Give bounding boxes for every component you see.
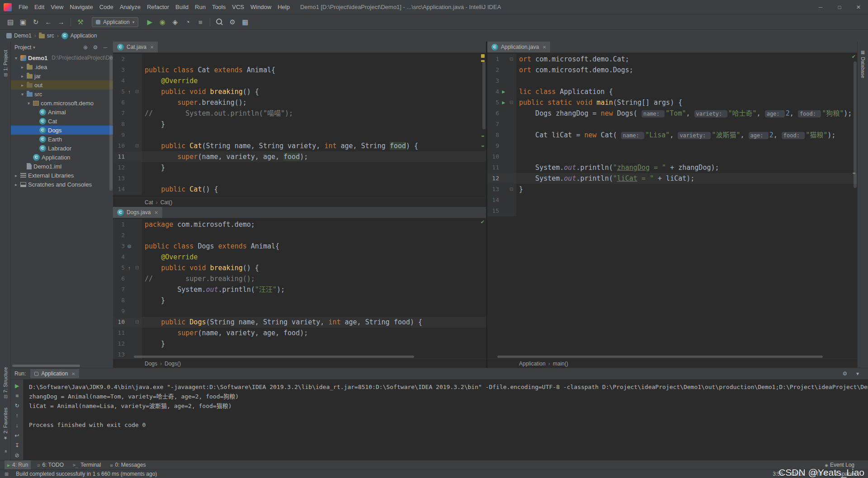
fold-icon[interactable]: ⊟ — [508, 54, 514, 65]
menu-tools[interactable]: Tools — [209, 0, 229, 14]
breadcrumb-item[interactable]: Demo1 — [6, 33, 32, 39]
tree-item-demo1[interactable]: ▾Demo1D:\Project\ideaProject\Demo1 — [11, 53, 113, 62]
stop-icon[interactable]: ■ — [194, 17, 206, 28]
coverage-icon[interactable]: ◈ — [169, 17, 181, 28]
toolwindow-messages-button[interactable]: ✉0: Messages — [107, 460, 148, 470]
breadcrumb-item[interactable]: Cat — [145, 199, 153, 206]
run-gutter-icon[interactable]: ▶ — [499, 97, 508, 108]
code-editor[interactable]: 1package com.microsoft.demo;23◎public cl… — [113, 218, 486, 359]
close-tab-icon[interactable]: ✕ — [150, 45, 154, 50]
settings-gear-icon[interactable]: ⚙ — [841, 370, 849, 377]
expander-icon[interactable]: ▸ — [14, 173, 19, 178]
tree-item-demo1-iml[interactable]: Demo1.iml — [11, 162, 113, 171]
toolwindow-favorites-stripe[interactable]: ★2: Favorites — [3, 408, 8, 441]
soft-wrap-icon[interactable]: ↩ — [13, 431, 22, 440]
locate-file-icon[interactable]: ⊕ — [81, 44, 90, 51]
tree-item-application[interactable]: Application — [11, 153, 113, 162]
menu-edit[interactable]: Edit — [31, 0, 47, 14]
tree-item-cat[interactable]: Cat — [11, 117, 113, 126]
maximize-button[interactable]: □ — [830, 0, 849, 14]
menu-build[interactable]: Build — [172, 0, 192, 14]
tree-item-scratches-and-consoles[interactable]: ▸Scratches and Consoles — [11, 180, 113, 189]
menu-run[interactable]: Run — [192, 0, 209, 14]
fold-icon[interactable]: ⊟ — [508, 184, 514, 195]
tree-item-out[interactable]: ▸out — [11, 80, 113, 89]
profiler-icon[interactable]: ◔ — [182, 17, 193, 28]
sync-icon[interactable]: ↻ — [30, 17, 42, 28]
open-icon[interactable]: ▤ — [5, 17, 16, 28]
tab-dogs-java[interactable]: Dogs.java ✕ — [113, 207, 162, 218]
restore-layout-icon[interactable]: ↻ — [13, 401, 22, 410]
expander-icon[interactable]: ▾ — [26, 101, 31, 106]
clear-all-icon[interactable]: ⊘ — [13, 451, 22, 460]
settings-gear-icon[interactable]: ⚙ — [91, 44, 99, 51]
menu-refactor[interactable]: Refactor — [144, 0, 172, 14]
tab-cat-java[interactable]: Cat.java ✕ — [113, 42, 158, 52]
tree-item-src[interactable]: ▾src — [11, 89, 113, 98]
expander-icon[interactable]: ▸ — [14, 182, 19, 187]
tab-application-java[interactable]: Application.java ✕ — [487, 42, 550, 52]
fold-icon[interactable]: ⊟ — [134, 317, 140, 328]
down-the-stack-icon[interactable]: ↓ — [13, 421, 22, 430]
tree-item-labrador[interactable]: Labrador — [11, 144, 113, 153]
editor-vscrollbar[interactable] — [854, 61, 857, 188]
hide-panel-icon[interactable]: ─ — [101, 44, 109, 51]
minimize-button[interactable]: ─ — [811, 0, 830, 14]
toolwindow-structure-stripe[interactable]: ⊟7: Structure — [3, 367, 8, 398]
breadcrumb-item[interactable]: src — [39, 33, 54, 39]
breadcrumb-item[interactable]: main() — [553, 361, 568, 367]
close-tab-icon[interactable]: ✕ — [542, 45, 546, 50]
tree-item-earth[interactable]: Earth — [11, 135, 113, 144]
fold-icon[interactable]: ⊟ — [134, 141, 140, 151]
menu-analyze[interactable]: Analyze — [117, 0, 144, 14]
fold-icon[interactable]: ⊟ — [134, 262, 140, 273]
project-panel-title[interactable]: Project — [14, 44, 31, 51]
forward-icon[interactable]: → — [55, 17, 67, 28]
subclass-gutter-icon[interactable]: ◎ — [125, 241, 134, 252]
toolwindow-todo-button[interactable]: ☑6: TODO — [34, 460, 66, 470]
up-the-stack-icon[interactable]: ↑ — [13, 411, 22, 420]
project-hscrollbar[interactable] — [12, 365, 80, 367]
menu-help[interactable]: Help — [274, 0, 293, 14]
run-icon[interactable]: ▶ — [144, 17, 156, 28]
search-everywhere-icon[interactable] — [214, 17, 226, 28]
toolwindow-run-button[interactable]: ▶4: Run — [5, 460, 31, 470]
toolwindow-project-stripe[interactable]: ⊞1: Project — [3, 50, 8, 77]
close-button[interactable]: ✕ — [849, 0, 868, 14]
toolwindow-switcher-icon[interactable]: ⊞ — [5, 471, 9, 477]
rerun-icon[interactable]: ▶ — [13, 381, 22, 390]
menu-window[interactable]: Window — [247, 0, 274, 14]
breadcrumb-item[interactable]: Dogs() — [165, 361, 181, 367]
tree-item-jar[interactable]: ▸jar — [11, 71, 113, 80]
back-icon[interactable]: ← — [42, 17, 54, 28]
fold-icon[interactable]: ⊟ — [508, 97, 514, 108]
expander-icon[interactable]: ▸ — [20, 74, 25, 79]
scroll-to-end-icon[interactable]: ↧ — [13, 441, 22, 450]
tree-item-com-microsoft-demo[interactable]: ▾com.microsoft.demo — [11, 98, 113, 108]
tree-item-external-libraries[interactable]: ▸External Libraries — [11, 171, 113, 180]
expander-icon[interactable]: ▸ — [20, 83, 25, 88]
fold-icon[interactable]: ⊟ — [134, 86, 140, 97]
code-editor[interactable]: 1⊟ort com.microsoft.demo.Cat;2ort com.mi… — [487, 53, 857, 355]
close-tab-icon[interactable]: ✕ — [71, 371, 75, 376]
code-editor[interactable]: 23public class Cat extends Animal{4 @Ove… — [113, 53, 486, 197]
build-project-icon[interactable]: ⚒ — [75, 17, 86, 28]
run-config-combo[interactable]: Application ▾ — [92, 17, 138, 27]
editor-vscrollbar[interactable] — [482, 61, 486, 129]
toolwindow-database-stripe[interactable]: ▦Database — [860, 50, 866, 78]
console-output[interactable]: D:\Software\Java\JDK9.0.4\bin\java.exe "… — [24, 380, 868, 460]
stop-icon[interactable]: ■ — [13, 391, 22, 400]
breadcrumb-item[interactable]: Application — [519, 361, 546, 367]
project-vscrollbar[interactable] — [109, 55, 113, 191]
breadcrumb-item[interactable]: Dogs — [145, 361, 157, 367]
dogs-hscrollbar[interactable] — [134, 356, 414, 358]
expander-icon[interactable]: ▾ — [14, 56, 19, 61]
run-tab-application[interactable]: Application ✕ — [30, 369, 79, 378]
stripe-overflow[interactable]: » — [3, 450, 8, 453]
hide-panel-icon[interactable]: ▾ — [854, 370, 862, 377]
debug-icon[interactable]: ◉ — [156, 17, 168, 28]
breadcrumb-item[interactable]: Cat() — [160, 199, 173, 206]
expander-icon[interactable]: ▾ — [20, 92, 25, 97]
override-gutter-icon[interactable]: ↑ — [125, 262, 134, 273]
override-gutter-icon[interactable]: ↑ — [125, 86, 134, 97]
